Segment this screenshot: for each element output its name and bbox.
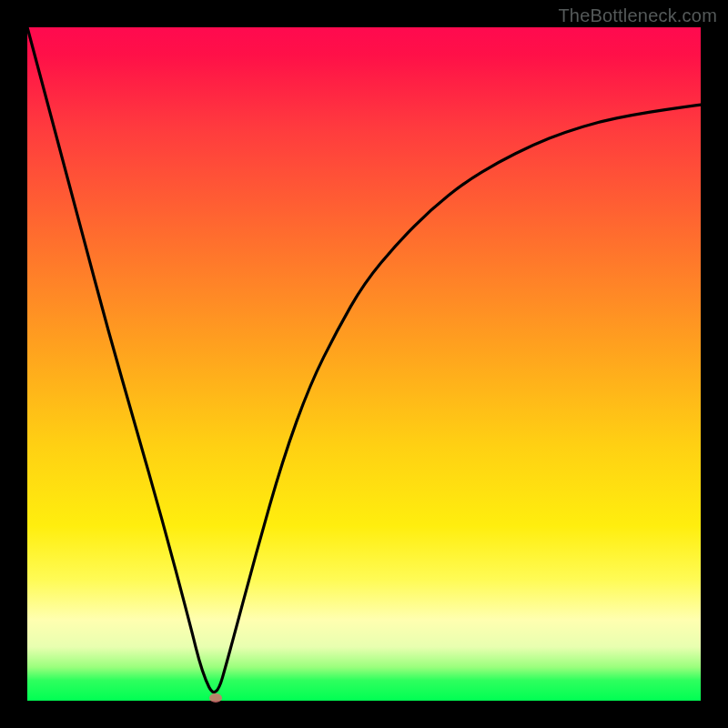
watermark-text: TheBottleneck.com bbox=[558, 5, 717, 26]
chart-frame: TheBottleneck.com bbox=[0, 0, 728, 728]
bottleneck-curve bbox=[27, 27, 701, 701]
plot-area bbox=[27, 27, 701, 701]
min-marker bbox=[209, 693, 222, 703]
